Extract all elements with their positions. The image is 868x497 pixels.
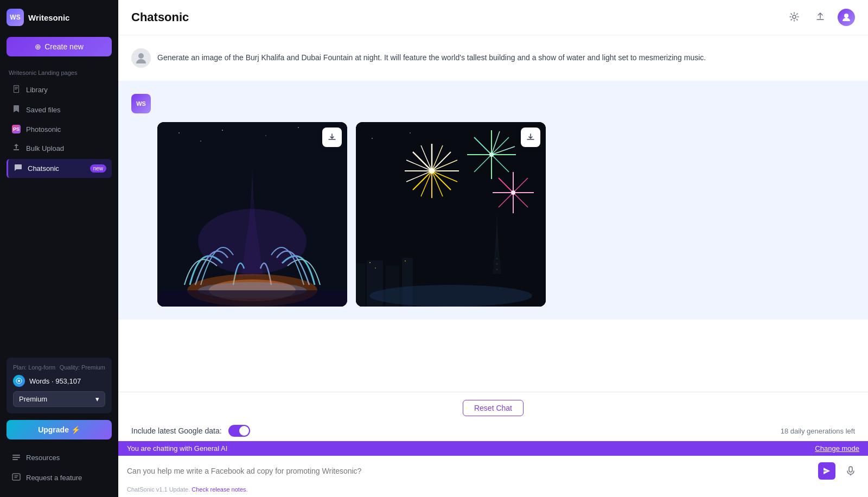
svg-point-70	[511, 190, 515, 195]
images-grid	[131, 122, 855, 307]
chat-mode-bar: You are chatting with General AI Change …	[118, 441, 868, 456]
toggle-thumb	[239, 426, 249, 436]
generated-image-1	[157, 122, 347, 307]
chat-icon	[14, 163, 22, 174]
svg-rect-7	[12, 459, 18, 460]
chat-area: Generate an image of the Burj Khalifa an…	[118, 35, 868, 392]
svg-rect-1	[15, 88, 18, 88]
upgrade-button[interactable]: Upgrade ⚡	[7, 420, 112, 439]
premium-select[interactable]: Premium ▾	[13, 391, 105, 407]
user-avatar	[131, 48, 151, 68]
svg-rect-85	[375, 267, 376, 269]
feature-icon	[12, 473, 21, 483]
download-button-2[interactable]	[521, 128, 540, 147]
svg-point-61	[489, 152, 494, 157]
book-icon	[12, 85, 21, 95]
google-data-row: Include latest Google data: 18 daily gen…	[118, 420, 868, 441]
chat-input[interactable]	[127, 467, 812, 475]
release-notes-link[interactable]: Check release notes.	[192, 486, 247, 493]
user-message-text: Generate an image of the Burj Khalifa an…	[157, 48, 855, 68]
sidebar-item-label: Bulk Upload	[26, 144, 64, 152]
sidebar-item-chatsonic[interactable]: Chatsonic new	[7, 159, 112, 178]
svg-rect-75	[496, 258, 498, 259]
create-new-button[interactable]: ⊕ Create new	[7, 37, 112, 56]
svg-rect-77	[496, 269, 498, 270]
change-mode-button[interactable]: Change mode	[815, 444, 859, 453]
words-icon	[13, 375, 25, 387]
sidebar-item-label: Saved files	[26, 106, 61, 114]
download-button-1[interactable]	[322, 128, 342, 147]
ai-avatar: WS	[131, 94, 151, 113]
words-count: Words · 953,107	[29, 377, 81, 385]
svg-rect-0	[15, 87, 18, 87]
gear-icon	[789, 11, 800, 24]
svg-point-26	[198, 209, 307, 274]
google-data-toggle[interactable]	[228, 425, 250, 437]
upload-icon	[12, 143, 21, 154]
settings-button[interactable]	[786, 9, 803, 26]
sidebar-item-saved-files[interactable]: Saved files	[7, 100, 112, 119]
footer-note: ChatSonic v1.1 Update. Check release not…	[118, 486, 868, 497]
svg-point-83	[369, 285, 532, 307]
sidebar-item-request-feature[interactable]: Request a feature	[7, 468, 112, 487]
section-label: Writesonic Landing pages	[7, 69, 112, 76]
svg-point-11	[138, 53, 144, 59]
plus-icon: ⊕	[35, 42, 41, 51]
svg-rect-87	[849, 467, 852, 472]
svg-point-17	[298, 127, 299, 128]
sidebar-bottom: Plan: Long-form Quality: Premium Words ·…	[7, 358, 112, 488]
plan-label: Plan: Long-form	[13, 364, 55, 371]
page-title: Chatsonic	[131, 10, 189, 24]
svg-point-13	[178, 132, 180, 133]
sidebar-item-library[interactable]: Library	[7, 80, 112, 99]
svg-rect-2	[15, 89, 17, 90]
sidebar-item-label: Photosonic	[26, 125, 61, 133]
svg-point-30	[372, 138, 373, 139]
sidebar-item-resources[interactable]: Resources	[7, 448, 112, 467]
logo-text: Writesonic	[28, 13, 69, 22]
avatar[interactable]	[838, 9, 855, 26]
main-content: Chatsonic Generate an image of t	[118, 0, 868, 497]
svg-point-14	[200, 141, 201, 142]
logo-icon: WS	[7, 9, 24, 26]
reset-chat-row: Reset Chat	[118, 392, 868, 420]
microphone-button[interactable]	[842, 462, 859, 480]
svg-rect-86	[405, 260, 406, 262]
svg-rect-82	[356, 263, 366, 307]
sidebar-item-label: Request a feature	[26, 474, 82, 482]
reset-chat-button[interactable]: Reset Chat	[463, 400, 524, 416]
svg-rect-6	[12, 457, 20, 458]
svg-rect-5	[12, 455, 20, 456]
sidebar-item-label: Chatsonic	[28, 164, 59, 173]
sidebar-item-label: Resources	[26, 454, 60, 462]
chatting-with-label: You are chatting with General AI	[127, 444, 227, 453]
svg-point-9	[793, 15, 796, 18]
ai-message-row: WS	[131, 94, 855, 113]
export-button[interactable]	[812, 9, 829, 26]
send-button[interactable]	[818, 462, 835, 480]
logo: WS Writesonic	[7, 9, 112, 26]
svg-point-15	[222, 130, 223, 131]
upload-icon	[815, 11, 826, 24]
generations-left: 18 daily generations left	[781, 427, 855, 435]
google-data-left: Include latest Google data:	[131, 425, 250, 437]
svg-rect-84	[369, 262, 371, 263]
bookmark-icon	[12, 105, 21, 115]
bottom-bar: Reset Chat Include latest Google data: 1…	[118, 392, 868, 497]
sidebar: WS Writesonic ⊕ Create new Writesonic La…	[0, 0, 118, 497]
photo-icon: PS	[12, 125, 21, 133]
sidebar-item-photosonic[interactable]: PS Photosonic	[7, 120, 112, 138]
footer-items: Resources Request a feature	[7, 448, 112, 488]
user-message-row: Generate an image of the Burj Khalifa an…	[131, 48, 855, 68]
generated-image-2	[356, 122, 546, 307]
google-data-label: Include latest Google data:	[131, 426, 222, 435]
svg-point-10	[844, 14, 848, 18]
svg-point-16	[265, 135, 266, 136]
sidebar-item-bulk-upload[interactable]: Bulk Upload	[7, 139, 112, 158]
chat-input-area	[118, 456, 868, 486]
svg-rect-28	[157, 290, 347, 307]
svg-rect-76	[496, 263, 498, 265]
topbar: Chatsonic	[118, 0, 868, 35]
svg-point-50	[429, 168, 435, 174]
footer-note-text: ChatSonic v1.1 Update.	[127, 486, 190, 493]
